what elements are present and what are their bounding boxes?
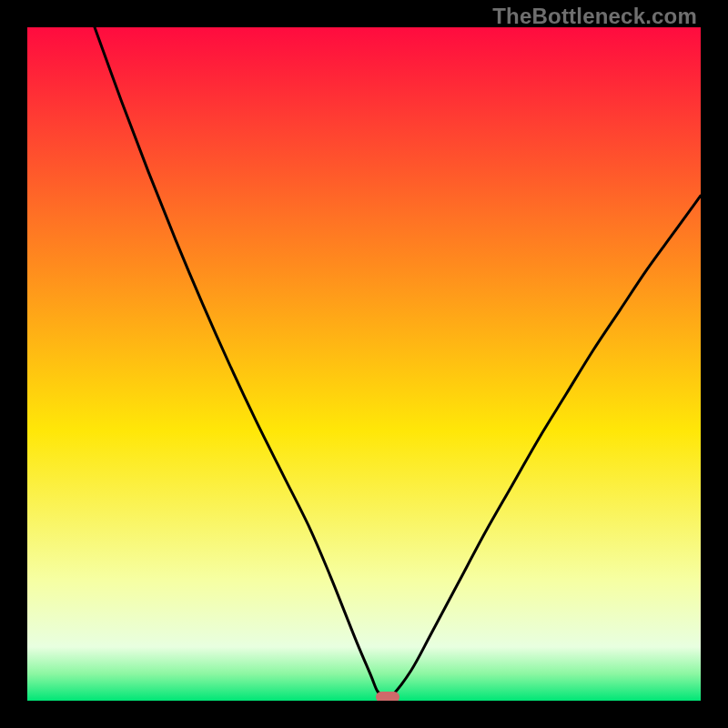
plot-area [27,27,701,701]
bottleneck-chart [27,27,701,701]
optimal-marker [376,692,399,701]
gradient-background [27,27,701,701]
watermark-text: TheBottleneck.com [492,4,697,29]
chart-frame: TheBottleneck.com [0,0,728,728]
